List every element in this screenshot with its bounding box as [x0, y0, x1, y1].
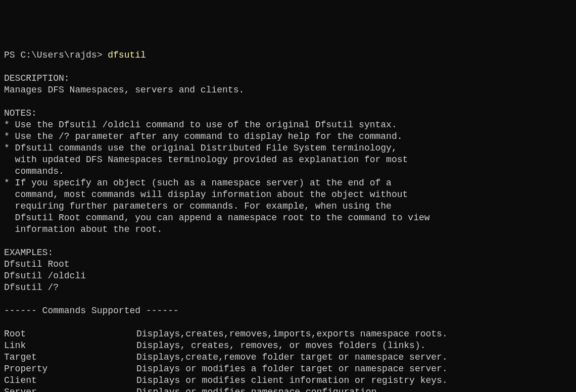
- command-row: TargetDisplays,create,remove folder targ…: [4, 352, 572, 363]
- command-row: ServerDisplays or modifies namespace con…: [4, 386, 572, 392]
- command-row: RootDisplays,creates,removes,imports,exp…: [4, 328, 572, 340]
- command-name: Target: [4, 352, 136, 363]
- note-line: * If you specify an object (such as a na…: [4, 178, 392, 188]
- command-desc: Displays or modifies namespace configura…: [136, 387, 382, 392]
- note-line: commands.: [4, 166, 64, 176]
- commands-table: RootDisplays,creates,removes,imports,exp…: [4, 328, 572, 392]
- note-line: information about the root.: [4, 224, 162, 234]
- note-line: * Use the Dfsutil /oldcli command to use…: [4, 120, 397, 130]
- examples-header: EXAMPLES:: [4, 248, 53, 258]
- description-header: DESCRIPTION:: [4, 73, 70, 83]
- command-desc: Displays or modifies a folder target or …: [136, 364, 448, 374]
- command-desc: Displays,creates,removes,imports,exports…: [136, 329, 448, 339]
- example-line: Dfsutil Root: [4, 259, 70, 269]
- note-line: * Dfsutil commands use the original Dist…: [4, 143, 397, 153]
- command-name: Server: [4, 386, 136, 392]
- command-row: LinkDisplays, creates, removes, or moves…: [4, 340, 572, 352]
- note-line: * Use the /? parameter after any command…: [4, 131, 403, 141]
- command-desc: Displays, creates, removes, or moves fol…: [136, 340, 426, 351]
- note-line: command, most commands will display info…: [4, 189, 408, 200]
- note-line: with updated DFS Namespaces terminology …: [4, 155, 408, 165]
- command-name: Link: [4, 340, 136, 352]
- command-row: ClientDisplays or modifies client inform…: [4, 375, 572, 386]
- prompt: PS C:\Users\rajds>: [4, 50, 108, 60]
- command-row: PropertyDisplays or modifies a folder ta…: [4, 363, 572, 375]
- description-text: Manages DFS Namespaces, servers and clie…: [4, 85, 244, 95]
- command-desc: Displays,create,remove folder target or …: [136, 352, 448, 362]
- command-name: Property: [4, 363, 136, 375]
- example-line: Dfsutil /?: [4, 282, 59, 292]
- command-desc: Displays or modifies client information …: [136, 375, 448, 385]
- command-name: Client: [4, 375, 136, 386]
- typed-command: dfsutil: [108, 50, 146, 60]
- notes-header: NOTES:: [4, 108, 37, 118]
- commands-header: ------ Commands Supported ------: [4, 306, 179, 316]
- command-name: Root: [4, 328, 136, 340]
- example-line: Dfsutil /oldcli: [4, 271, 86, 281]
- note-line: Dfsutil Root command, you can append a n…: [4, 213, 430, 223]
- note-line: requiring further parameters or commands…: [4, 201, 392, 211]
- terminal-output[interactable]: PS C:\Users\rajds> dfsutil DESCRIPTION: …: [4, 50, 572, 392]
